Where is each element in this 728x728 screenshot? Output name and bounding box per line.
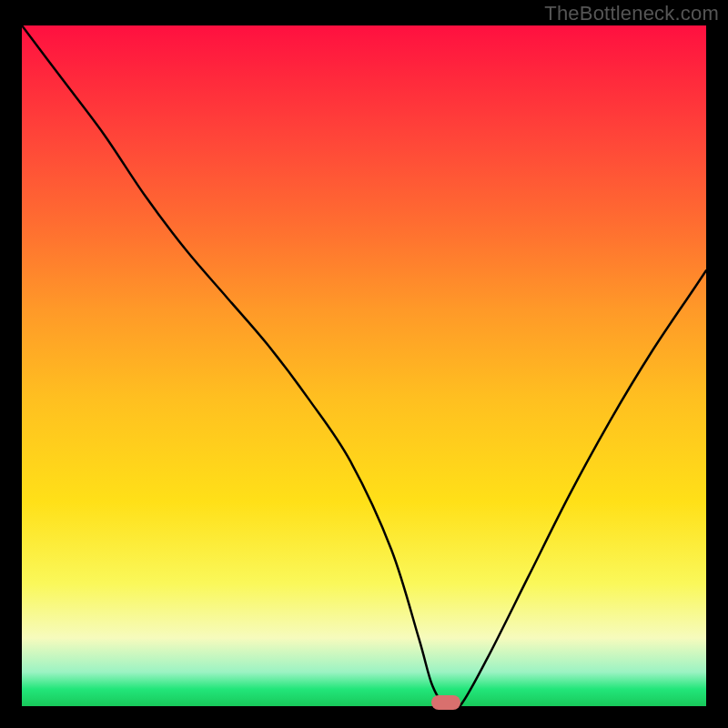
- optimal-point-marker: [431, 695, 460, 710]
- chart-frame: TheBottleneck.com: [0, 0, 728, 728]
- watermark-text: TheBottleneck.com: [544, 2, 719, 25]
- plot-area: [22, 25, 706, 706]
- heat-gradient-background: [22, 25, 706, 706]
